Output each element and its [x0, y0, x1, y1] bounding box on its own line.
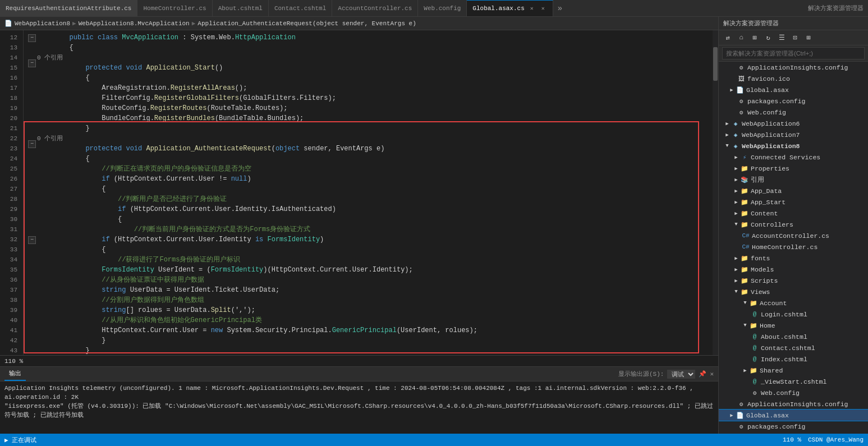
tree-item-account-folder[interactable]: ▼ 📁 Account [719, 297, 868, 309]
tab-home-controller[interactable]: HomeController.cs [137, 0, 212, 16]
collapse-button[interactable]: − [28, 140, 36, 148]
tree-item-login-cshtml[interactable]: @ Login.cshtml [719, 309, 868, 320]
folder-icon: 📁 [749, 298, 758, 307]
tree-item-app-start[interactable]: ▶ 📁 App_Start [719, 196, 868, 208]
folder-icon: 📁 [740, 265, 749, 274]
expand-icon[interactable]: ⊞ [803, 32, 814, 43]
code-line: BundleConfig.RegisterBundles(BundleTable… [28, 113, 708, 123]
code-body[interactable]: − public class MvcApplication : System.W… [24, 30, 713, 355]
tree-item-content[interactable]: ▶ 📁 Content [719, 208, 868, 219]
code-line: FilterConfig.RegisterGlobalFilters(Globa… [28, 93, 708, 103]
code-line: string UserData = UserIdent.Ticket.UserD… [28, 285, 708, 295]
solution-explorer-title: 解决方案资源管理器 [723, 19, 779, 27]
tree-item-webconfig-root[interactable]: ⚙ Web.config [719, 107, 868, 118]
tree-item-global-asax-active[interactable]: ▶ 📄 Global.asax [719, 410, 868, 421]
tree-item-index-cshtml[interactable]: @ Index.cshtml [719, 353, 868, 365]
tab-label: RequiresAuthenticationAttribute.cs [6, 5, 131, 12]
tab-label: About.cshtml [218, 5, 263, 12]
tab-label: Global.asax.cs [472, 5, 524, 12]
tree-item-shared-folder[interactable]: ▶ 📁 Shared [719, 365, 868, 376]
refresh-icon[interactable]: ↻ [763, 32, 774, 43]
collapse-button[interactable]: − [28, 59, 36, 67]
tree-item-webapp6[interactable]: ▶ ◈ WebApplication6 [719, 118, 868, 129]
output-source-label: 显示输出源(S): [618, 370, 664, 378]
tree-item-scripts[interactable]: ▶ 📁 Scripts [719, 275, 868, 286]
tree-item-fonts[interactable]: ▶ 📁 fonts [719, 252, 868, 264]
cs-file-icon: C# [741, 231, 750, 240]
status-ready: ▶ 正在调试 [4, 436, 36, 444]
tab-pin-icon[interactable]: ✕ [539, 4, 547, 12]
tree-item-packages-config[interactable]: ⚙ packages.config [719, 95, 868, 107]
code-line: //判断用户是否已经进行了身份验证 [28, 194, 708, 204]
tree-item-controllers[interactable]: ▼ 📁 Controllers [719, 219, 868, 230]
tree-item-home-controller[interactable]: C# HomeController.cs [719, 241, 868, 252]
output-source-select[interactable]: 调试 [667, 370, 695, 379]
code-line: //从身份验证票证中获得用户数据 [28, 275, 708, 285]
scrollbar-thumb[interactable] [713, 47, 718, 81]
breadcrumb-namespace: WebApplication8.MvcApplication [79, 20, 190, 27]
tree-item-appinsights2[interactable]: ⚙ ApplicationInsights.config [719, 398, 868, 410]
code-line: − public class MvcApplication : System.W… [28, 33, 708, 43]
tree-item-webconfig-views[interactable]: ⚙ Web.config [719, 387, 868, 398]
home-icon[interactable]: ⌂ [736, 32, 747, 43]
tree-item-references[interactable]: ▶ 📚 引用 [719, 174, 868, 185]
tree-item-contact-cshtml[interactable]: @ Contact.cshtml [719, 342, 868, 353]
tree-item-webapp8[interactable]: ▼ ◈ WebApplication8 [719, 140, 868, 151]
tab-overflow-button[interactable]: » [553, 4, 567, 13]
tree-item-global-asax[interactable]: ▶ 📄 Global.asax [719, 84, 868, 95]
status-bar: ▶ 正在调试 110 % CSDN @Ares_Wang [0, 434, 868, 446]
tab-requires-auth[interactable]: RequiresAuthenticationAttribute.cs [0, 0, 137, 16]
cshtml-file-icon: @ [750, 332, 759, 341]
code-line: FormsIdentity UserIdent = (FormsIdentity… [28, 265, 708, 275]
tree-item-models[interactable]: ▶ 📁 Models [719, 264, 868, 275]
output-tab[interactable]: 输出 [4, 367, 26, 381]
tree-item-app-data[interactable]: ▶ 📁 App_Data [719, 185, 868, 196]
code-line: //分割用户数据得到用户角色数组 [28, 295, 708, 305]
tab-contact[interactable]: Contact.cshtml [269, 0, 332, 16]
tree-item-properties[interactable]: ▶ 📁 Properties [719, 163, 868, 174]
tab-global-asax[interactable]: Global.asax.cs ✕ ✕ [467, 0, 553, 16]
folder-icon: 📁 [740, 164, 749, 173]
tab-web-config[interactable]: Web.config [418, 0, 467, 16]
image-file-icon: 🖼 [737, 74, 746, 83]
collapse-button[interactable]: − [28, 34, 36, 42]
tree-item-account-controller[interactable]: C# AccountController.cs [719, 230, 868, 241]
solution-explorer-title: 解决方案资源管理器 [808, 4, 868, 12]
tree-item-packages2[interactable]: ⚙ packages.config [719, 421, 868, 432]
code-editor: 12 13 14 15 16 17 18 19 20 21 22 23 24 2… [0, 30, 718, 355]
folder-icon: 📁 [740, 220, 749, 229]
line-numbers: 12 13 14 15 16 17 18 19 20 21 22 23 24 2… [0, 30, 24, 355]
properties-icon[interactable]: ☰ [776, 32, 787, 43]
tree-item-viewstart[interactable]: @ _ViewStart.cshtml [719, 376, 868, 387]
code-line: { [28, 154, 708, 164]
output-line: Application Insights telemetry (unconfig… [4, 384, 714, 402]
tree-item-webapp7[interactable]: ▶ ◈ WebApplication7 [719, 129, 868, 140]
code-line: } [28, 346, 708, 355]
tree-item-favicon[interactable]: 🖼 favicon.ico [719, 73, 868, 84]
output-close-icon[interactable]: ✕ [710, 370, 714, 378]
tree-item-connected-services[interactable]: ▶ ⚡ Connected Services [719, 151, 868, 163]
tree-item-home-folder[interactable]: ▼ 📁 Home [719, 320, 868, 331]
tab-about[interactable]: About.cshtml [213, 0, 269, 16]
preview-icon[interactable]: ⊡ [789, 32, 801, 43]
collapse-button[interactable]: − [28, 236, 36, 244]
tab-account-controller[interactable]: AccountController.cs [332, 0, 418, 16]
filter-icon[interactable]: ⊞ [749, 32, 760, 43]
tree-item-about-cshtml[interactable]: @ About.cshtml [719, 331, 868, 342]
code-line: //判断当前用户身份验证的方式是否为Forms身份验证方式 [28, 224, 708, 235]
code-line: //获得进行了Forms身份验证的用户标识 [28, 255, 708, 265]
vertical-scrollbar[interactable] [713, 30, 718, 355]
tab-close-icon[interactable]: ✕ [528, 4, 536, 12]
code-line: string[] rolues = UserData.Split(','); [28, 305, 708, 315]
search-input[interactable] [722, 47, 865, 59]
sync-icon[interactable]: ⇄ [722, 32, 733, 43]
output-pin-icon[interactable]: 📌 [699, 370, 706, 378]
tree-item-views[interactable]: ▼ 📁 Views [719, 286, 868, 297]
cshtml-file-icon: @ [750, 343, 759, 352]
code-line: { [28, 43, 708, 53]
zoom-level[interactable]: 110 % [4, 358, 23, 365]
folder-icon: 📁 [740, 254, 749, 263]
status-zoom[interactable]: 110 % [783, 436, 801, 443]
cshtml-file-icon: @ [750, 310, 759, 319]
tree-item-appinsights-config[interactable]: ⚙ ApplicationInsights.config [719, 62, 868, 73]
